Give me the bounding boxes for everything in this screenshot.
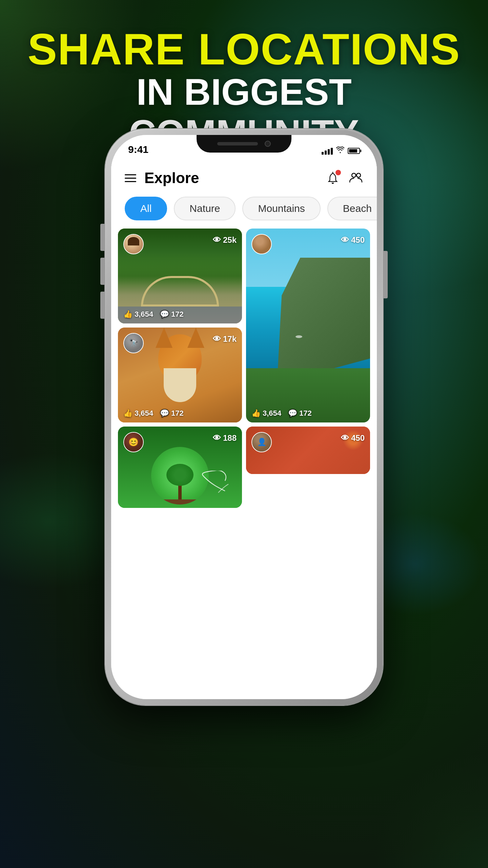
coastal-like-icon: 👍 [251, 409, 261, 418]
woman3-user: 😊 [124, 433, 143, 452]
signal-icon [322, 147, 333, 155]
man1-user: 👤 [252, 433, 271, 452]
tree-globe-overlay: 😊 👁 188 [118, 427, 242, 508]
fox-overlay: 🔭 👁 17k 👍 3,654 [118, 328, 242, 422]
hamburger-line-2 [125, 178, 136, 179]
signal-bar-2 [325, 151, 327, 155]
tab-nature[interactable]: Nature [174, 197, 236, 220]
bridge-comments: 💬 172 [160, 310, 184, 319]
notification-badge [336, 170, 341, 175]
bridge-eye-icon: 👁 [213, 235, 221, 245]
power-button [384, 251, 388, 298]
status-time: 9:41 [128, 144, 148, 155]
community-button[interactable] [348, 170, 363, 186]
hamburger-line-1 [125, 174, 136, 175]
header-title: Explore [144, 170, 325, 186]
speaker [217, 142, 258, 145]
autumn-overlay: 👤 👁 450 [246, 427, 370, 474]
post-coastal[interactable]: 👁 450 👍 3,654 💬 [246, 229, 370, 422]
battery-fill [349, 149, 357, 153]
header-icons [325, 170, 363, 186]
phone-screen: 9:41 [111, 135, 377, 699]
fox-comment-icon: 💬 [160, 409, 169, 418]
app-header: Explore [111, 159, 377, 193]
battery-icon [348, 148, 360, 154]
bridge-view-count: 👁 25k [213, 235, 237, 245]
status-icons [322, 146, 360, 155]
notifications-button[interactable] [325, 171, 340, 185]
fox-likes: 👍 3,654 [123, 409, 153, 418]
silent-button [100, 292, 104, 319]
signal-bar-3 [328, 149, 330, 155]
wifi-icon [336, 146, 344, 155]
signal-bar-1 [322, 152, 324, 155]
bridge-stats: 👍 3,654 💬 172 [123, 310, 184, 319]
svg-point-1 [352, 173, 356, 177]
hamburger-line-3 [125, 181, 136, 182]
comment-icon: 💬 [160, 310, 169, 319]
bridge-overlay: 👁 25k 👍 3,654 💬 [118, 229, 242, 323]
tree-globe-avatar: 😊 [123, 432, 144, 452]
coastal-stats: 👍 3,654 💬 172 [251, 409, 312, 418]
hamburger-menu-button[interactable] [125, 174, 136, 182]
fox-comments: 💬 172 [160, 409, 184, 418]
phone-mockup: 9:41 [105, 129, 383, 841]
coastal-comments: 💬 172 [288, 409, 312, 418]
fox-eye-icon: 👁 [213, 334, 221, 344]
volume-down-button [100, 258, 104, 285]
autumn-view-count: 👁 450 [341, 433, 365, 443]
post-autumn-partial[interactable]: 👤 👁 450 [246, 427, 370, 474]
tab-mountains[interactable]: Mountains [242, 197, 320, 220]
phone-frame: 9:41 [105, 129, 383, 705]
app-content: Explore [111, 159, 377, 699]
notch [197, 135, 291, 153]
fox-avatar: 🔭 [123, 333, 144, 353]
headline-line1: SHARE LOCATIONS [20, 27, 468, 71]
bridge-likes: 👍 3,654 [123, 310, 153, 319]
signal-bar-4 [331, 148, 333, 155]
post-fox[interactable]: 🔭 👁 17k 👍 3,654 [118, 328, 242, 422]
svg-point-2 [357, 173, 361, 177]
volume-up-button [100, 224, 104, 251]
coastal-container: 👁 450 👍 3,654 💬 [246, 229, 370, 422]
tab-all[interactable]: All [125, 197, 167, 220]
binoculars-user: 🔭 [124, 334, 143, 353]
posts-grid: 👁 25k 👍 3,654 💬 [111, 229, 377, 508]
tab-beach[interactable]: Beach [327, 197, 377, 220]
filter-tabs: All Nature Mountains Beach [111, 193, 377, 229]
fox-view-count: 👁 17k [213, 334, 237, 344]
coastal-overlay: 👁 450 👍 3,654 💬 [246, 229, 370, 422]
people-icon [348, 170, 363, 185]
post-tree-globe[interactable]: 😊 👁 188 [118, 427, 242, 508]
coastal-view-count: 👁 450 [341, 235, 365, 245]
tree-globe-view-count: 👁 188 [213, 433, 237, 443]
coastal-comment-icon: 💬 [288, 409, 297, 418]
autumn-eye-icon: 👁 [341, 433, 349, 443]
coastal-likes: 👍 3,654 [251, 409, 281, 418]
autumn-avatar: 👤 [251, 432, 272, 452]
like-icon: 👍 [123, 310, 133, 319]
coastal-eye-icon: 👁 [341, 235, 349, 245]
tree-eye-icon: 👁 [213, 433, 221, 443]
bridge-avatar [123, 234, 144, 254]
fox-like-icon: 👍 [123, 409, 133, 418]
coastal-avatar [251, 234, 272, 254]
post-bridge[interactable]: 👁 25k 👍 3,654 💬 [118, 229, 242, 323]
front-camera [265, 141, 271, 147]
fox-stats: 👍 3,654 💬 172 [123, 409, 184, 418]
